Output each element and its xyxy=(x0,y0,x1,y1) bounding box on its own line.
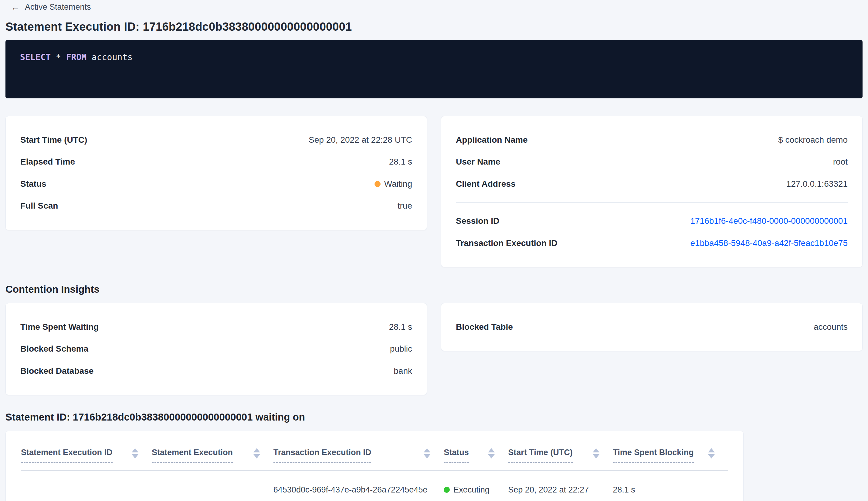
status-executing-dot-icon xyxy=(444,487,450,493)
cell-start-time: Sep 20, 2022 at 22:27 xyxy=(508,470,613,501)
info-row-user-name: User Name root xyxy=(456,151,848,173)
info-row-elapsed-time: Elapsed Time 28.1 s xyxy=(20,151,412,173)
sql-keyword-select: SELECT xyxy=(20,52,51,62)
overview-cards-row: Start Time (UTC) Sep 20, 2022 at 22:28 U… xyxy=(6,116,862,267)
waiting-statements-table-card: Statement Execution ID Statement Executi… xyxy=(6,431,744,501)
elapsed-time-label: Elapsed Time xyxy=(20,156,75,167)
blocked-schema-label: Blocked Schema xyxy=(20,343,88,354)
cell-statement-execution xyxy=(152,470,273,501)
row-status-text: Executing xyxy=(453,485,490,494)
info-row-session-id: Session ID 1716b1f6-4e0c-f480-0000-00000… xyxy=(456,210,848,232)
column-header-label: Status xyxy=(444,448,469,462)
start-time-value: Sep 20, 2022 at 22:28 UTC xyxy=(309,135,412,146)
session-id-link[interactable]: 1716b1f6-4e0c-f480-0000-000000000001 xyxy=(691,216,848,226)
column-header-label: Time Spent Blocking xyxy=(613,448,694,462)
cell-status: Executing xyxy=(444,470,508,501)
client-address-value: 127.0.0.1:63321 xyxy=(786,179,848,190)
column-header-label: Statement Execution ID xyxy=(21,448,112,462)
status-value: Waiting xyxy=(375,179,412,190)
user-name-label: User Name xyxy=(456,156,500,167)
blocked-schema-value: public xyxy=(390,343,412,354)
sql-keyword-from: FROM xyxy=(66,52,87,62)
column-header-label: Transaction Execution ID xyxy=(273,448,371,462)
card-divider xyxy=(456,202,848,203)
time-spent-waiting-label: Time Spent Waiting xyxy=(20,321,99,332)
status-text: Waiting xyxy=(384,179,412,190)
info-row-application-name: Application Name $ cockroach demo xyxy=(456,129,848,151)
table-row: 64530d0c-969f-437e-a9b4-26a72245e45e Exe… xyxy=(21,470,728,501)
info-row-start-time: Start Time (UTC) Sep 20, 2022 at 22:28 U… xyxy=(20,129,412,151)
column-header-status[interactable]: Status xyxy=(444,437,508,470)
application-name-value: $ cockroach demo xyxy=(778,135,848,146)
elapsed-time-value: 28.1 s xyxy=(389,156,412,167)
sort-icon[interactable] xyxy=(253,448,260,458)
column-header-time-spent-blocking[interactable]: Time Spent Blocking xyxy=(613,437,728,470)
blocked-table-label: Blocked Table xyxy=(456,321,513,332)
back-link-label: Active Statements xyxy=(25,2,91,12)
start-time-label: Start Time (UTC) xyxy=(20,135,87,146)
column-header-label: Start Time (UTC) xyxy=(508,448,573,462)
info-row-blocked-table: Blocked Table accounts xyxy=(456,316,848,338)
sql-star: * xyxy=(51,52,66,62)
contention-details-card: Time Spent Waiting 28.1 s Blocked Schema… xyxy=(6,303,427,395)
waiting-on-heading: Statement ID: 1716b218dc0b38380000000000… xyxy=(6,412,862,423)
cell-time-spent-blocking: 28.1 s xyxy=(613,470,728,501)
cell-transaction-execution-id: 64530d0c-969f-437e-a9b4-26a72245e45e xyxy=(273,470,444,501)
back-link[interactable]: ← Active Statements xyxy=(11,2,91,12)
column-header-label: Statement Execution xyxy=(152,448,233,462)
info-row-blocked-database: Blocked Database bank xyxy=(20,360,412,382)
time-spent-waiting-value: 28.1 s xyxy=(389,321,412,332)
column-header-statement-execution-id[interactable]: Statement Execution ID xyxy=(21,437,152,470)
contention-insights-heading: Contention Insights xyxy=(6,284,862,295)
column-header-statement-execution[interactable]: Statement Execution xyxy=(152,437,273,470)
table-header-row: Statement Execution ID Statement Executi… xyxy=(21,437,728,470)
column-header-start-time[interactable]: Start Time (UTC) xyxy=(508,437,613,470)
info-row-client-address: Client Address 127.0.0.1:63321 xyxy=(456,173,848,195)
cell-statement-execution-id xyxy=(21,470,152,501)
sql-statement-text: SELECT * FROM accounts xyxy=(20,52,133,62)
client-address-label: Client Address xyxy=(456,179,516,190)
statement-details-page: ← Active Statements Statement Execution … xyxy=(0,0,868,501)
column-header-transaction-execution-id[interactable]: Transaction Execution ID xyxy=(273,437,444,470)
info-row-status: Status Waiting xyxy=(20,173,412,195)
sort-icon[interactable] xyxy=(488,448,495,458)
back-arrow-icon: ← xyxy=(11,3,20,12)
session-details-card: Application Name $ cockroach demo User N… xyxy=(441,116,862,267)
info-row-time-spent-waiting: Time Spent Waiting 28.1 s xyxy=(20,316,412,338)
sort-icon[interactable] xyxy=(424,448,430,458)
full-scan-label: Full Scan xyxy=(20,200,58,211)
sql-table-name: accounts xyxy=(87,52,133,62)
full-scan-value: true xyxy=(398,200,412,211)
transaction-execution-id-label: Transaction Execution ID xyxy=(456,238,557,249)
info-row-blocked-schema: Blocked Schema public xyxy=(20,338,412,360)
status-label: Status xyxy=(20,179,46,190)
user-name-value: root xyxy=(833,156,848,167)
blocked-table-card: Blocked Table accounts xyxy=(441,303,862,351)
session-id-label: Session ID xyxy=(456,216,499,226)
application-name-label: Application Name xyxy=(456,135,528,146)
transaction-execution-id-link[interactable]: e1bba458-5948-40a9-a42f-5feac1b10e75 xyxy=(691,238,848,249)
sql-statement-box: SELECT * FROM accounts xyxy=(6,40,862,98)
sort-icon[interactable] xyxy=(593,448,599,458)
sort-icon[interactable] xyxy=(708,448,715,458)
info-row-full-scan: Full Scan true xyxy=(20,195,412,217)
page-title: Statement Execution ID: 1716b218dc0b3838… xyxy=(6,20,862,33)
contention-cards-row: Time Spent Waiting 28.1 s Blocked Schema… xyxy=(6,303,862,395)
blocked-database-value: bank xyxy=(394,365,412,376)
sort-icon[interactable] xyxy=(132,448,138,458)
status-waiting-dot-icon xyxy=(375,181,381,187)
info-row-transaction-execution-id: Transaction Execution ID e1bba458-5948-4… xyxy=(456,232,848,254)
execution-details-card: Start Time (UTC) Sep 20, 2022 at 22:28 U… xyxy=(6,116,427,230)
blocked-database-label: Blocked Database xyxy=(20,365,94,376)
waiting-statements-table: Statement Execution ID Statement Executi… xyxy=(21,437,728,501)
blocked-table-value: accounts xyxy=(814,321,848,332)
